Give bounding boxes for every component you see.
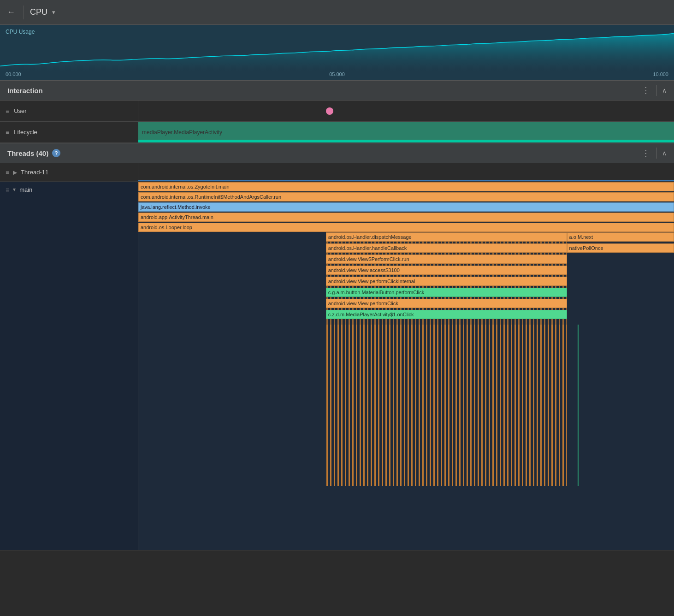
flame-aom-container: a.o.M.next [567, 232, 674, 243]
interaction-chevron-icon[interactable]: ∧ [662, 87, 667, 94]
thread11-hamburger-icon[interactable]: ≡ [6, 169, 9, 176]
thread11-expand-arrow[interactable]: ▶ [13, 169, 17, 176]
threads-chevron-icon[interactable]: ∧ [662, 149, 667, 157]
threads-dots-icon[interactable]: ⋮ [642, 148, 650, 158]
flame-row-1: com.android.internal.os.RuntimeInit$Meth… [138, 192, 674, 202]
flame-dispatch[interactable]: android.os.Handler.dispatchMessage [326, 232, 567, 242]
flame-access-container: android.view.View.access$3100 [326, 266, 567, 276]
main-thread-right: com.android.internal.os.ZygoteInit.main … [138, 182, 674, 550]
flame-materialbutton[interactable]: c.g.a.m.button.MaterialButton.performCli… [326, 288, 567, 297]
flame-performclick[interactable]: android.view.View$PerformClick.run [326, 255, 567, 264]
svg-rect-3 [578, 325, 579, 486]
flame-clickinternal[interactable]: android.view.View.performClickInternal [326, 277, 567, 286]
thread11-row: ≡ ▶ Thread-11 [0, 163, 674, 182]
lifecycle-row-right: mediaPlayer.MediaPlayerActivity [138, 122, 674, 142]
flame-onclick[interactable]: c.z.d.m.MediaPlayerActivity$1.onClick [326, 310, 567, 319]
toolbar-separator [23, 6, 24, 19]
user-row-right [138, 101, 674, 121]
toolbar-title: CPU [30, 7, 47, 17]
flame-nativepoll-container: nativePollOnce [567, 243, 674, 254]
flame-bottom-lines [138, 325, 674, 486]
flame-block-0[interactable]: com.android.internal.os.ZygoteInit.main [138, 182, 674, 191]
toolbar: ← CPU ▾ [0, 0, 674, 25]
main-thread-left: ≡ ▾ main [0, 182, 138, 550]
flame-row-0: com.android.internal.os.ZygoteInit.main [138, 182, 674, 192]
thread11-left: ≡ ▶ Thread-11 [0, 163, 138, 181]
svg-rect-2 [326, 325, 567, 486]
flame-handlecallback[interactable]: android.os.Handler.handleCallback [326, 243, 567, 253]
dropdown-button[interactable]: ▾ [52, 9, 55, 16]
flame-aom[interactable]: a.o.M.next [567, 232, 674, 242]
thread11-right [138, 163, 674, 181]
lifecycle-hamburger-icon[interactable]: ≡ [6, 129, 9, 136]
time-label-2: 10.000 [653, 71, 668, 77]
interaction-dots-icon[interactable]: ⋮ [642, 85, 650, 95]
lifecycle-bar [138, 140, 674, 142]
flame-clickinternal-container: android.view.View.performClickInternal [326, 277, 567, 287]
back-button[interactable]: ← [6, 7, 17, 18]
flame-viewclick[interactable]: android.view.View.performClick [326, 299, 567, 308]
user-event-dot [326, 107, 333, 115]
user-label: User [14, 107, 26, 114]
user-hamburger-icon[interactable]: ≡ [6, 107, 9, 115]
main-expand-arrow[interactable]: ▾ [13, 186, 16, 193]
flame-onclick-container: c.z.d.m.MediaPlayerActivity$1.onClick [326, 310, 567, 320]
dropdown-arrow-icon: ▾ [52, 9, 55, 16]
interaction-section-header: Interaction ⋮ ∧ [0, 80, 674, 101]
time-label-0: 00.000 [6, 71, 21, 77]
flame-nativepoll[interactable]: nativePollOnce [567, 243, 674, 253]
threads-section-header: Threads (40) ? ⋮ ∧ [0, 143, 674, 163]
flame-block-3[interactable]: android.app.ActivityThread.main [138, 213, 674, 222]
user-row: ≡ User [0, 101, 674, 122]
threads-title-group: Threads (40) ? [7, 149, 60, 157]
threads-separator [656, 148, 656, 159]
flame-dense-area: android.os.Handler.dispatchMessage a.o.M… [138, 232, 674, 486]
time-label-1: 05.000 [329, 71, 345, 77]
main-hamburger-icon[interactable]: ≡ [6, 186, 9, 194]
lifecycle-row: ≡ Lifecycle mediaPlayer.MediaPlayerActiv… [0, 122, 674, 143]
flame-block-2[interactable]: java.lang.reflect.Method.invoke [138, 202, 674, 212]
flame-row-3: android.app.ActivityThread.main [138, 212, 674, 222]
threads-actions: ⋮ ∧ [642, 148, 667, 159]
flame-performclick-container: android.view.View$PerformClick.run [326, 255, 567, 265]
flame-access[interactable]: android.view.View.access$3100 [326, 266, 567, 275]
interaction-title: Interaction [7, 87, 43, 95]
flame-block-1[interactable]: com.android.internal.os.RuntimeInit$Meth… [138, 192, 674, 201]
flame-viewclick-container: android.view.View.performClick [326, 299, 567, 309]
cpu-chart: CPU Usage 00.000 05.000 10.000 [0, 25, 674, 80]
lifecycle-row-left: ≡ Lifecycle [0, 122, 138, 142]
flame-dispatch-container: android.os.Handler.dispatchMessage [326, 232, 567, 243]
flame-block-4[interactable]: android.os.Looper.loop [138, 223, 674, 232]
thread11-name: Thread-11 [21, 169, 48, 176]
threads-help-badge[interactable]: ? [52, 149, 60, 157]
main-thread-name: main [19, 186, 32, 193]
flame-materialbutton-container: c.g.a.m.button.MaterialButton.performCli… [326, 288, 567, 298]
timeline-labels: 00.000 05.000 10.000 [0, 71, 674, 77]
flame-handlecallback-container: android.os.Handler.handleCallback [326, 243, 567, 254]
lifecycle-label: Lifecycle [14, 129, 37, 136]
flame-row-2: java.lang.reflect.Method.invoke [138, 202, 674, 212]
user-row-left: ≡ User [0, 101, 138, 121]
interaction-actions: ⋮ ∧ [642, 85, 667, 96]
flame-row-4: android.os.Looper.loop [138, 222, 674, 232]
cpu-chart-label: CPU Usage [6, 29, 35, 35]
lifecycle-bar-text: mediaPlayer.MediaPlayerActivity [142, 129, 222, 136]
main-thread-container: ≡ ▾ main com.android.internal.os.ZygoteI… [0, 182, 674, 551]
threads-title: Threads (40) [7, 149, 48, 157]
action-separator [656, 85, 656, 96]
